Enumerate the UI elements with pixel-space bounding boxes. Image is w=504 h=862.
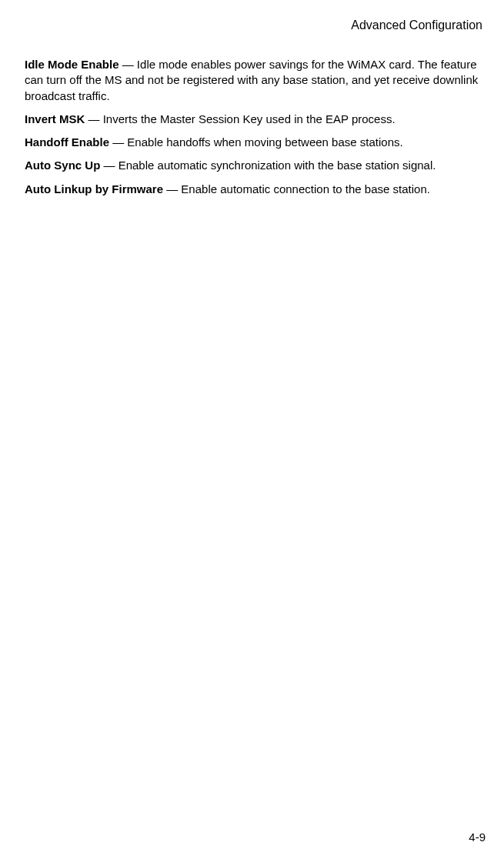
definition-entry: Idle Mode Enable — Idle mode enables pow… <box>25 57 486 104</box>
definition-term: Handoff Enable <box>25 135 109 149</box>
definition-term: Idle Mode Enable <box>25 58 119 71</box>
definition-desc: — Enable handoffs when moving between ba… <box>109 135 403 149</box>
header-title: Advanced Configuration <box>351 18 482 32</box>
definition-entry: Handoff Enable — Enable handoffs when mo… <box>25 135 486 150</box>
page-number: 4-9 <box>469 830 486 844</box>
definition-entry: Auto Linkup by Firmware — Enable automat… <box>25 182 486 197</box>
definition-entry: Invert MSK — Inverts the Master Session … <box>25 112 486 127</box>
definition-desc: — Enable automatic synchronization with … <box>100 159 436 172</box>
definition-desc: — Enable automatic connection to the bas… <box>163 182 430 195</box>
definition-term: Invert MSK <box>25 112 85 125</box>
page-header: Advanced Configuration <box>25 18 486 32</box>
definition-term: Auto Sync Up <box>25 159 100 172</box>
page-content: Idle Mode Enable — Idle mode enables pow… <box>25 57 486 197</box>
definition-desc: — Inverts the Master Session Key used in… <box>85 112 395 125</box>
definition-term: Auto Linkup by Firmware <box>25 182 163 195</box>
definition-entry: Auto Sync Up — Enable automatic synchron… <box>25 158 486 173</box>
